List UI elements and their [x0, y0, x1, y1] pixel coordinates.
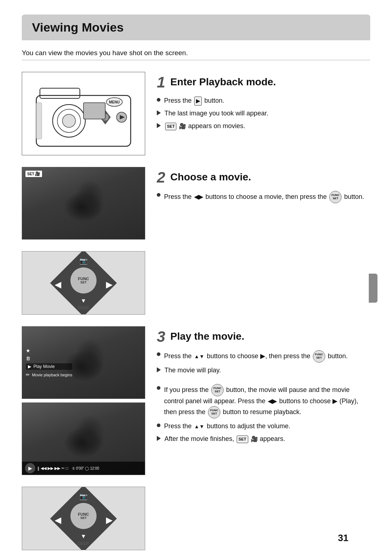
- note-3: After the movie finishes, SET 🎥 appears.: [157, 434, 370, 444]
- func-set-button-3: FUNCSET: [211, 384, 224, 396]
- bullet-triangle-icon: [157, 123, 161, 128]
- step-3-bullets: Press the ▲▼ buttons to choose ▶, then p…: [157, 350, 370, 375]
- svg-rect-12: [36, 103, 42, 139]
- func-set-row-2: 📷 ◀ ▶ ▼ FUNC SET DISP.: [22, 487, 370, 550]
- bullet-circle-icon: [157, 424, 160, 427]
- movie-playing-image: ▶ ‖ ◀◀ ▶▶ ▶▶ ✂ □ ① 0'00" ◯: [22, 402, 145, 475]
- step-2-bullets: Press the ◀▶ buttons to choose a movie, …: [157, 191, 370, 203]
- func-set-images-2: 📷 ◀ ▶ ▼ FUNC SET DISP.: [22, 487, 145, 550]
- set-badge-inline: SET: [165, 123, 176, 130]
- ctrl-prev: ‖: [37, 466, 40, 471]
- lr-arrows-icon-2: ◀▶: [268, 397, 277, 406]
- page-title: Viewing Movies: [22, 15, 370, 40]
- step-1-heading-row: 1 Enter Playback mode.: [157, 75, 370, 90]
- step-2-empty: [157, 251, 370, 254]
- step-3-number: 3: [157, 329, 165, 344]
- intro-text: You can view the movies you have shot on…: [22, 49, 370, 57]
- menu-item-play: ▶ Play Movie: [26, 363, 72, 370]
- step-2-heading: Choose a movie.: [170, 170, 251, 183]
- notes-list: If you press the FUNCSET button, the mov…: [157, 384, 370, 444]
- func-set-images-1: 📷 ◀ ▶ ▼ FUNC SET DISP.: [22, 251, 145, 315]
- set-badge-overlay: SET 🎥: [25, 170, 42, 177]
- step-1-bullet-2: The last image you took will appear.: [157, 109, 370, 118]
- bullet-circle-icon: [157, 193, 160, 197]
- menu-item-star: ★: [26, 348, 72, 353]
- bullet-circle-icon: [157, 98, 160, 102]
- step-2-heading-row: 2 Choose a movie.: [157, 170, 370, 185]
- step-1-images: MENU: [22, 72, 145, 155]
- camera-image: MENU: [22, 72, 145, 155]
- step-3-heading: Play the movie.: [170, 329, 244, 342]
- step-3-heading-row: 3 Play the movie.: [157, 329, 370, 344]
- dog-silhouette: [22, 167, 145, 239]
- menu-item-trash: 🗑: [26, 356, 72, 361]
- playback-controls: ‖ ◀◀ ▶▶ ▶▶ ✂ □: [37, 466, 68, 471]
- step-3-bullet-2: The movie will play.: [157, 365, 370, 375]
- step-3-bullet-1: Press the ▲▼ buttons to choose ▶, then p…: [157, 350, 370, 363]
- step-2-number: 2: [157, 170, 165, 185]
- svg-text:MENU: MENU: [109, 100, 119, 104]
- play-circle-btn: ▶: [25, 463, 35, 473]
- func-set-control-image: 📷 ◀ ▶ ▼ FUNC SET DISP.: [22, 251, 145, 315]
- func-set-button: FUNCSET: [329, 191, 342, 203]
- content-area: MENU: [22, 72, 370, 552]
- ctrl-next: ▶▶: [54, 466, 60, 471]
- bullet-triangle-icon: [157, 367, 161, 372]
- playback-controls-bar: ▶ ‖ ◀◀ ▶▶ ▶▶ ✂ □ ① 0'00" ◯: [22, 462, 145, 475]
- func-set-row-1: 📷 ◀ ▶ ▼ FUNC SET DISP.: [22, 251, 370, 315]
- step-2-row: SET 🎥 2 Choose a movie. Press the ◀▶: [22, 167, 370, 240]
- ctrl-play-inline: ▶▶: [48, 466, 53, 471]
- step-1-row: MENU: [22, 72, 370, 155]
- step-2-bullet-1: Press the ◀▶ buttons to choose a movie, …: [157, 191, 370, 203]
- movie-thumbnail-image: SET 🎥: [22, 167, 145, 240]
- play-menu-overlay: ★ 🗑 ▶ Play Movie ✏ Movie playback begins: [26, 348, 72, 377]
- step-3-content: 3 Play the movie. Press the ▲▼ buttons t…: [157, 326, 370, 444]
- menu-item-edit: ✏ Movie playback begins: [26, 372, 72, 377]
- step-1-bullet-3: SET 🎥 appears on movies.: [157, 121, 370, 131]
- svg-rect-4: [40, 88, 80, 98]
- play-button-icon: ▶: [194, 97, 202, 106]
- ud-arrows-icon: ▲▼: [194, 353, 204, 360]
- step-2-images: SET 🎥: [22, 167, 145, 240]
- bullet-triangle-icon: [157, 436, 161, 441]
- ctrl-prev-frame: ◀◀: [41, 466, 46, 471]
- step-3-images: ★ 🗑 ▶ Play Movie ✏ Movie playback begins: [22, 326, 145, 475]
- bullet-triangle-icon: [157, 110, 161, 115]
- note-1: If you press the FUNCSET button, the mov…: [157, 384, 370, 418]
- camera-svg: MENU: [29, 77, 138, 150]
- step-bottom-empty: [157, 487, 370, 490]
- step-1-content: 1 Enter Playback mode. Press the ▶ butto…: [157, 72, 370, 131]
- func-set-control-image-2: 📷 ◀ ▶ ▼ FUNC SET DISP.: [22, 487, 145, 550]
- page-number: 31: [338, 532, 348, 544]
- step-3-row: ★ 🗑 ▶ Play Movie ✏ Movie playback begins: [22, 326, 370, 475]
- step-1-bullet-1: Press the ▶ button.: [157, 96, 370, 106]
- ctrl-mute: □: [66, 466, 68, 470]
- playback-time: ① 0'00" ◯ 12:00: [72, 466, 99, 470]
- sidebar-tab: [369, 274, 377, 303]
- step-1-number: 1: [157, 75, 165, 90]
- set-badge-inline-2: SET: [237, 436, 248, 443]
- svg-point-3: [62, 114, 75, 127]
- ud-arrows-icon-2: ▲▼: [194, 423, 204, 430]
- step-2-content: 2 Choose a movie. Press the ◀▶ buttons t…: [157, 167, 370, 203]
- bullet-circle-icon: [157, 386, 160, 390]
- func-set-button-4: FUNCSET: [208, 406, 220, 418]
- step-1-bullets: Press the ▶ button. The last image you t…: [157, 96, 370, 131]
- svg-rect-11: [83, 103, 105, 119]
- notes-section: If you press the FUNCSET button, the mov…: [157, 384, 370, 444]
- movie-menu-image: ★ 🗑 ▶ Play Movie ✏ Movie playback begins: [22, 326, 145, 399]
- section-divider: [22, 60, 370, 60]
- lr-arrows-icon: ◀▶: [194, 193, 203, 201]
- bullet-circle-icon: [157, 352, 160, 356]
- note-2: Press the ▲▼ buttons to adjust the volum…: [157, 421, 370, 431]
- step-1-heading: Enter Playback mode.: [170, 75, 276, 88]
- func-set-button-2: FUNCSET: [313, 350, 325, 363]
- movie-screen: [22, 167, 145, 239]
- ctrl-scissors: ✂: [61, 466, 65, 471]
